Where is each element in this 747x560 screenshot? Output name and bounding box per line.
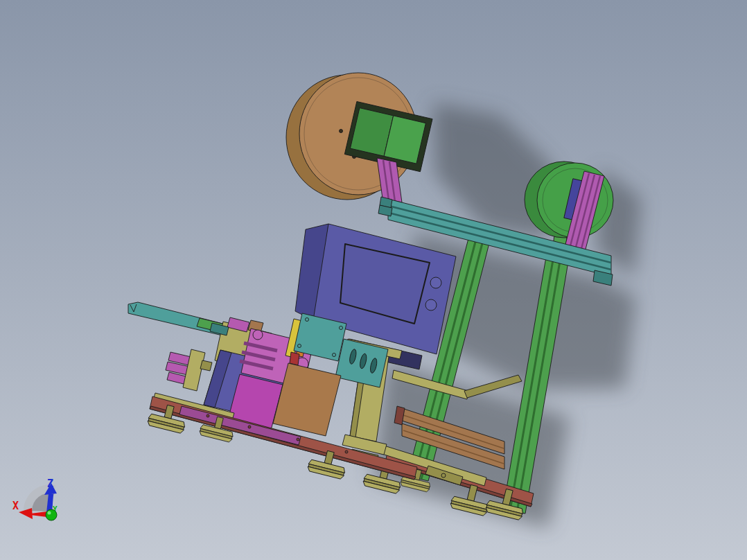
triad-x-label: X bbox=[12, 500, 19, 512]
base-bolt bbox=[297, 438, 299, 441]
triad-y-ball bbox=[46, 509, 57, 520]
base-bolt bbox=[206, 414, 209, 417]
gripper-boss-top bbox=[253, 330, 263, 340]
base-bolt bbox=[345, 450, 348, 453]
finger-bracket-block bbox=[200, 360, 212, 371]
panel-button-bottom[interactable] bbox=[425, 299, 437, 310]
red-sliver bbox=[290, 352, 299, 365]
triad-z-label: Z bbox=[47, 478, 53, 490]
base-bolt bbox=[248, 426, 251, 428]
cad-viewport[interactable]: Y X Z bbox=[0, 0, 747, 560]
reel-hole bbox=[340, 130, 343, 133]
triad-y-ball-highlight bbox=[48, 511, 51, 515]
panel-button-top[interactable] bbox=[430, 277, 441, 288]
